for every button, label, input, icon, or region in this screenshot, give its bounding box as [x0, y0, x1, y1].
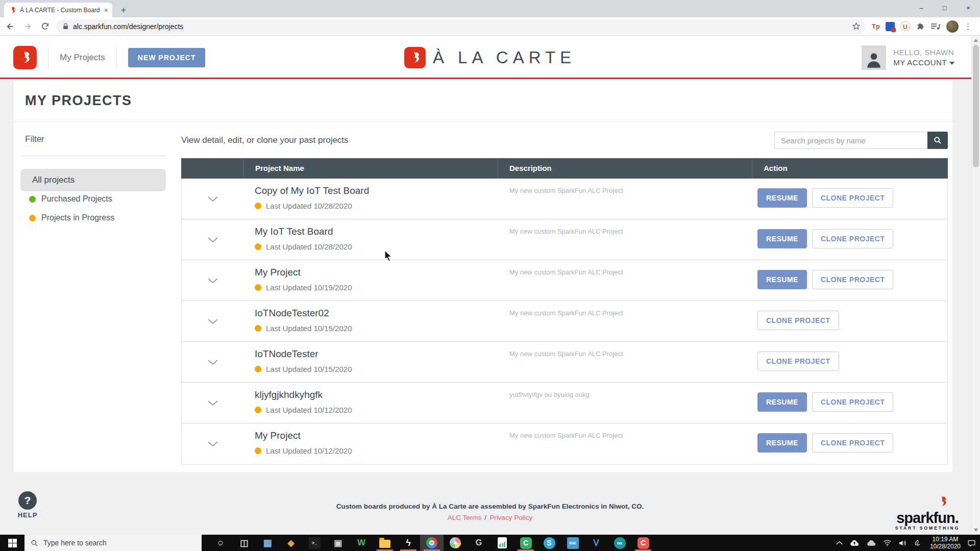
action-center-icon[interactable]: [967, 539, 976, 547]
winamp-icon[interactable]: ϟ: [397, 535, 420, 551]
browser-menu-icon[interactable]: ⋮: [964, 22, 972, 31]
divider: [116, 47, 117, 68]
table-header: Project Name Description Action: [181, 158, 948, 179]
project-name[interactable]: My IoT Test Board: [255, 226, 498, 237]
extensions-puzzle-icon[interactable]: [916, 22, 925, 31]
chevron-down-icon[interactable]: [207, 400, 218, 406]
resume-button[interactable]: RESUME: [757, 270, 807, 289]
project-name[interactable]: IoTNodeTester02: [255, 308, 498, 319]
volume-icon[interactable]: [898, 539, 907, 547]
resume-button[interactable]: RESUME: [757, 433, 807, 453]
reload-icon[interactable]: [38, 19, 52, 34]
search-input[interactable]: [774, 132, 927, 149]
clone-project-button[interactable]: CLONE PROJECT: [812, 270, 894, 289]
calculator-icon[interactable]: ▦: [256, 535, 279, 551]
project-description: My new custom SparkFun ALC Project: [498, 179, 752, 219]
new-project-button[interactable]: NEW PROJECT: [128, 48, 206, 67]
chevron-down-icon[interactable]: [207, 196, 218, 202]
chrome-icon[interactable]: [420, 535, 444, 551]
new-tab-button[interactable]: +: [117, 4, 130, 16]
filter-projects-in-progress[interactable]: Projects in Progress: [29, 212, 166, 224]
resume-button[interactable]: RESUME: [757, 229, 807, 248]
password-manager-extension-icon[interactable]: [886, 22, 895, 31]
scrollbar-thumb[interactable]: [973, 45, 979, 167]
back-icon[interactable]: [3, 19, 17, 34]
clone-project-button[interactable]: CLONE PROJECT: [812, 229, 894, 248]
filter-purchased-projects[interactable]: Purchased Projects: [29, 193, 166, 205]
arduino-icon[interactable]: ∞: [608, 535, 631, 551]
bookmark-star-icon[interactable]: [852, 22, 861, 31]
project-name[interactable]: My Project: [255, 267, 498, 278]
alc-terms-link[interactable]: ALC Terms: [448, 514, 482, 521]
w-app-icon[interactable]: W: [350, 535, 373, 551]
project-name[interactable]: Copy of My IoT Test Board: [255, 185, 498, 196]
minimize-button[interactable]: –: [910, 0, 933, 17]
search-button[interactable]: [927, 132, 948, 149]
filter-all-projects[interactable]: All projects: [20, 169, 166, 191]
vscode-icon[interactable]: V: [584, 535, 608, 551]
paint-icon[interactable]: [444, 535, 467, 551]
tp-extension-icon[interactable]: Tp: [872, 22, 880, 30]
winamp-icon: ϟ: [403, 537, 414, 549]
delphi-icon[interactable]: ◆: [279, 535, 303, 551]
skype-icon[interactable]: S: [537, 535, 561, 551]
gimp-icon[interactable]: G: [467, 535, 491, 551]
remote-desktop-icon[interactable]: ▣: [326, 535, 350, 551]
main-content: MY PROJECTS Filter All projects Purchase…: [14, 81, 952, 472]
paint-icon: [450, 537, 461, 548]
green-chart-app-icon[interactable]: [491, 535, 514, 551]
cloud-icon[interactable]: [866, 539, 876, 546]
file-explorer-icon[interactable]: [373, 535, 397, 551]
ide-icon[interactable]: IDE: [561, 535, 584, 551]
projects-table: Project Name Description Action Copy of …: [181, 158, 948, 465]
chevron-down-icon[interactable]: [207, 278, 218, 284]
close-button[interactable]: ×: [957, 0, 980, 17]
command-prompt-icon[interactable]: >_: [303, 535, 326, 551]
start-button[interactable]: [0, 535, 24, 551]
clone-project-button[interactable]: CLONE PROJECT: [757, 311, 839, 330]
clone-project-button[interactable]: CLONE PROJECT: [812, 433, 894, 453]
chevron-down-icon[interactable]: [207, 237, 218, 243]
project-name[interactable]: kljyfgjkhdkyhgfk: [255, 389, 498, 400]
browser-tab[interactable]: À LA CARTE - Custom Board Crea ×: [4, 3, 112, 17]
clone-project-button[interactable]: CLONE PROJECT: [812, 392, 894, 412]
playlist-extension-icon[interactable]: [930, 22, 941, 31]
nav-my-projects-link[interactable]: My Projects: [60, 53, 105, 63]
wifi-icon[interactable]: [883, 539, 892, 546]
ublock-extension-icon[interactable]: U: [900, 21, 910, 31]
tray-chevron-up-icon[interactable]: [836, 541, 843, 545]
camtasia-icon[interactable]: C: [514, 535, 537, 551]
chevron-down-icon[interactable]: [207, 359, 218, 365]
pen-icon[interactable]: [914, 539, 921, 547]
taskbar-clock[interactable]: 10:19 AM 10/28/2020: [930, 536, 961, 550]
project-name[interactable]: IoTNodeTester: [255, 348, 498, 360]
maximize-button[interactable]: □: [933, 0, 957, 17]
my-account-menu[interactable]: MY ACCOUNT: [893, 58, 954, 67]
profile-avatar[interactable]: [946, 20, 959, 33]
chevron-down-icon[interactable]: [207, 318, 218, 324]
scroll-up-icon[interactable]: [974, 39, 978, 42]
resume-button[interactable]: RESUME: [757, 392, 807, 412]
resume-button[interactable]: RESUME: [757, 188, 807, 208]
privacy-policy-link[interactable]: Privacy Policy: [489, 514, 532, 521]
table-row: IoTNodeTester Last Updated 10/15/2020 My…: [182, 342, 947, 383]
cortana-icon: ○: [215, 537, 227, 549]
clone-project-button[interactable]: CLONE PROJECT: [757, 352, 839, 371]
taskbar-search[interactable]: Type here to search: [24, 535, 202, 551]
forward-icon[interactable]: [20, 19, 35, 34]
chrome-icon: [426, 537, 437, 548]
clone-project-button[interactable]: CLONE PROJECT: [812, 188, 894, 208]
onedrive-icon[interactable]: [849, 539, 860, 546]
scroll-down-icon[interactable]: [974, 529, 978, 532]
tab-close-icon[interactable]: ×: [104, 6, 108, 14]
user-avatar[interactable]: [862, 45, 886, 70]
camtasia-recorder-icon[interactable]: C: [631, 535, 655, 551]
page-scrollbar[interactable]: [971, 36, 980, 535]
chevron-down-icon[interactable]: [207, 441, 218, 447]
cortana-icon[interactable]: ○: [209, 535, 232, 551]
last-updated: Last Updated 10/15/2020: [266, 365, 352, 373]
task-view-icon[interactable]: ◫: [232, 535, 256, 551]
sparkfun-flame-logo[interactable]: [13, 46, 37, 69]
address-bar[interactable]: alc.sparkfun.com/designer/projects: [56, 19, 866, 34]
project-name[interactable]: My Project: [255, 430, 498, 441]
